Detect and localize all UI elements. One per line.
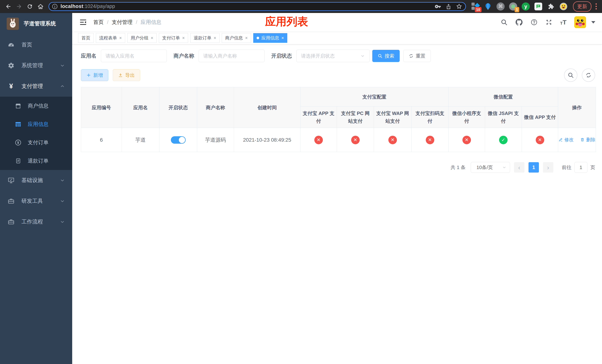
close-icon[interactable]: ×: [182, 36, 185, 40]
browser-reload-button[interactable]: [25, 1, 35, 11]
extension-y-icon[interactable]: y: [521, 2, 530, 11]
cell-create-time: 2021-10-23 08:49:25: [234, 128, 301, 152]
site-info-icon[interactable]: [52, 3, 58, 10]
tag-tab-app-info[interactable]: 应用信息×: [253, 33, 287, 43]
tag-tab-home[interactable]: 首页: [78, 33, 94, 43]
toolbox-icon: [7, 198, 15, 204]
sidebar-item-dev-tools[interactable]: 研发工具: [0, 191, 72, 212]
sidebar-item-merchant-info[interactable]: 商户信息: [0, 97, 72, 115]
col-wechat-jsapi: 微信 JSAPI 支付: [485, 107, 522, 128]
chevron-down-icon: [60, 63, 65, 68]
sidebar: 芋道管理系统 首页 系统管理 ¥ 支付管理 商户信息 应用信息: [0, 13, 72, 364]
close-icon[interactable]: ×: [119, 36, 122, 40]
col-app-name: 应用名: [122, 87, 159, 128]
next-page-button[interactable]: ›: [543, 162, 553, 172]
sidebar-item-system[interactable]: 系统管理: [0, 55, 72, 76]
y-glyph: y: [524, 3, 527, 10]
extension-badge: 10: [475, 7, 482, 12]
cell-merchant-name: 芋道源码: [197, 128, 234, 152]
sidebar-item-refund-order[interactable]: 退款订单: [0, 152, 72, 170]
col-alipay-qr: 支付宝扫码支付: [411, 107, 449, 128]
breadcrumb-home[interactable]: 首页: [93, 19, 104, 26]
edit-link[interactable]: 修改: [559, 137, 574, 143]
tag-tab-pay-order[interactable]: 支付订单×: [159, 33, 188, 43]
browser-home-button[interactable]: [35, 1, 45, 11]
status-toggle[interactable]: [171, 136, 186, 144]
prev-page-button[interactable]: ‹: [514, 162, 525, 172]
sidebar-fold-icon[interactable]: [79, 18, 87, 26]
export-button[interactable]: 导出: [113, 69, 140, 81]
avatar-caret-icon[interactable]: [591, 21, 595, 23]
app-name-input[interactable]: [106, 53, 162, 59]
merchant-name-input[interactable]: [203, 53, 260, 59]
font-size-icon[interactable]: TT: [560, 19, 567, 25]
page-size-select[interactable]: 10条/页: [471, 162, 510, 173]
total-count: 共 1 条: [451, 164, 466, 171]
page-1-button[interactable]: 1: [528, 162, 539, 172]
col-group-wechat: 微信配置: [449, 87, 558, 107]
refresh-table-button[interactable]: [582, 68, 595, 82]
status-select[interactable]: 请选择开启状态: [296, 50, 370, 62]
close-icon[interactable]: ×: [281, 36, 284, 40]
table-toolbar: 新增 导出: [81, 68, 595, 82]
browser-back-button[interactable]: [3, 1, 13, 11]
url-path: :1024/pay/app: [83, 3, 115, 9]
extension-blocks-icon[interactable]: 10: [471, 2, 480, 11]
toggle-search-button[interactable]: [564, 68, 577, 82]
cell-app-name: 芋道: [122, 128, 159, 152]
help-icon[interactable]: [531, 19, 538, 26]
page-content: 应用名 商户名称 开启状态 请选择开启状态: [72, 44, 602, 364]
sidebar-item-home[interactable]: 首页: [0, 34, 72, 55]
extension-balloon-icon[interactable]: [484, 2, 492, 11]
sidebar-item-app-info[interactable]: 应用信息: [0, 115, 72, 133]
profile-avatar-icon[interactable]: [559, 2, 568, 11]
user-avatar[interactable]: [574, 16, 586, 28]
extension-command-icon[interactable]: ⌘: [496, 2, 505, 11]
close-icon[interactable]: ×: [151, 36, 153, 40]
password-key-icon[interactable]: [435, 3, 441, 10]
chevron-down-icon: [60, 198, 65, 204]
close-icon[interactable]: ×: [214, 36, 216, 40]
top-navbar: 首页 / 支付管理 / 应用信息 应用列表 TT: [72, 13, 602, 32]
col-actions: 操作: [558, 87, 596, 128]
sidebar-item-workflow[interactable]: 工作流程: [0, 212, 72, 232]
tag-tab-process-form[interactable]: 流程表单×: [96, 33, 125, 43]
search-button[interactable]: 搜索: [372, 50, 400, 62]
reset-button[interactable]: 重置: [403, 50, 431, 62]
github-icon[interactable]: [515, 19, 523, 26]
goto-page-input[interactable]: [574, 162, 587, 173]
tag-tab-merchant-info[interactable]: 商户信息×: [222, 33, 251, 43]
extensions-puzzle-icon[interactable]: [547, 2, 555, 11]
tag-tab-user-group[interactable]: 用户分组×: [127, 33, 157, 43]
address-bar[interactable]: localhost:1024/pay/app: [49, 2, 466, 11]
browser-toolbar: localhost:1024/pay/app 10 ⌘ 1 y 更新: [0, 0, 602, 13]
wechat-app-status-icon: ✕: [536, 136, 544, 144]
dashboard-icon: [7, 41, 15, 48]
sidebar-item-pay-order[interactable]: 支付订单: [0, 133, 72, 152]
add-button[interactable]: 新增: [81, 69, 108, 81]
breadcrumb-payment[interactable]: 支付管理: [112, 19, 133, 26]
alipay-app-status-icon: ✕: [314, 136, 323, 144]
browser-forward-button[interactable]: [14, 1, 24, 11]
browser-menu-icon[interactable]: [594, 3, 599, 10]
share-icon[interactable]: [445, 3, 452, 10]
app-logo-row[interactable]: 芋道管理系统: [0, 13, 72, 34]
fullscreen-icon[interactable]: [545, 19, 552, 26]
app-logo: [7, 18, 19, 30]
col-alipay-pc: 支付宝 PC 网站支付: [337, 107, 374, 128]
delete-link[interactable]: 删除: [580, 137, 595, 143]
close-icon[interactable]: ×: [245, 36, 248, 40]
col-app-id: 应用编号: [81, 87, 122, 128]
bookmark-star-icon[interactable]: [456, 3, 462, 10]
app-title: 芋道管理系统: [24, 20, 56, 27]
sidebar-payment-submenu: 商户信息 应用信息 支付订单 退款订单: [0, 97, 72, 170]
alipay-qr-status-icon: ✕: [426, 136, 434, 144]
chrome-update-button[interactable]: 更新: [573, 1, 591, 12]
sidebar-item-infrastructure[interactable]: 基础设施: [0, 170, 72, 191]
table-row: 6 芋道 芋道源码 2021-10-23 08:49:25 ✕ ✕ ✕ ✕ ✕ …: [81, 128, 596, 152]
sidebar-item-payment[interactable]: ¥ 支付管理: [0, 76, 72, 97]
extension-chat-icon[interactable]: [534, 2, 543, 11]
tag-tab-refund-order[interactable]: 退款订单×: [190, 33, 220, 43]
header-search-icon[interactable]: [501, 19, 508, 26]
extension-recorder-icon[interactable]: 1: [509, 2, 517, 11]
